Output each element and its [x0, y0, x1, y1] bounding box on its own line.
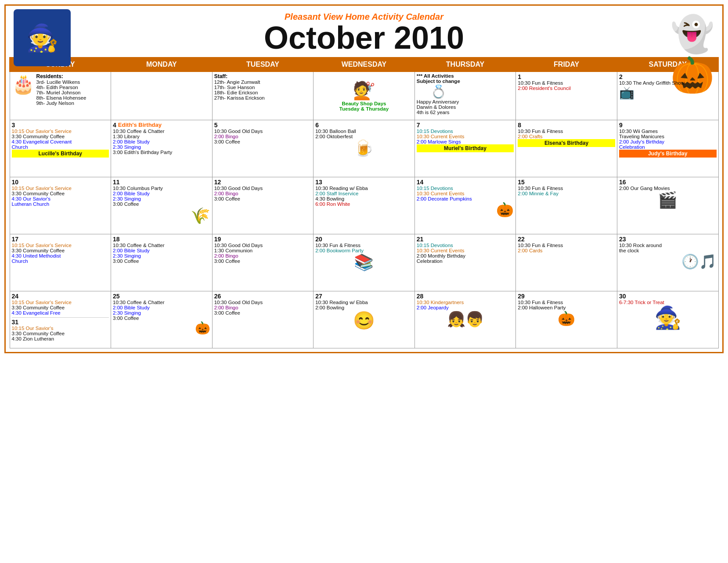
- sun4-31-evt2: 3:30 Community Coffee: [12, 331, 109, 336]
- tue4-evt2: 2:00 Bingo: [214, 305, 312, 310]
- tue4-evt3: 3:00 Coffee: [214, 310, 312, 316]
- sun4-evt3: 4:30 Evangelical Free: [12, 310, 109, 316]
- anniversary-img: 💍: [417, 84, 460, 99]
- wed4-evt1: 10:30 Reading w/ Ebba: [315, 300, 413, 305]
- week3-tuesday: 19 10:30 Good Old Days 1:30 Communion 2:…: [212, 234, 314, 291]
- day-24: 24: [12, 293, 109, 300]
- days-header-row: SUNDAY MONDAY TUESDAY WEDNESDAY THURSDAY…: [10, 57, 718, 72]
- thu4-evt1: 10:30 Kindergartners: [417, 300, 514, 305]
- day-15: 15: [518, 179, 615, 186]
- halloween-party-img: 🎃: [518, 310, 615, 327]
- day-11: 11: [113, 179, 210, 186]
- sat3-evt2: the clock: [619, 248, 717, 253]
- week2-saturday: 16 2:00 Our Gang Movies 🎬: [617, 177, 718, 234]
- thu4-evt2: 2:00 Jeopardy: [417, 305, 514, 310]
- wed1-evt2: 2:00 Oktoberfest: [315, 134, 413, 139]
- fri1w1-evt2: 2:00 Crafts: [518, 134, 615, 139]
- fri2-evt1: 10:30 Fun & Fitness: [518, 186, 615, 191]
- thu1-evt2: 10:30 Current Events: [417, 134, 514, 139]
- resident-1: 3rd- Lucille Wilkens: [36, 79, 86, 85]
- beauty-shop-text1: Beauty Shop Days: [342, 101, 386, 106]
- day-26: 26: [214, 293, 312, 300]
- week2-tuesday: 12 10:30 Good Old Days 2:00 Bingo 3:00 C…: [212, 177, 314, 234]
- resident-3: 7th- Muriel Johnson: [36, 90, 86, 95]
- day-27: 27: [315, 293, 413, 300]
- sat1-evt2: Traveling Manicures: [619, 134, 717, 139]
- mon4-evt2: 2:00 Bible Study: [113, 305, 210, 310]
- week1-wednesday: 6 10:30 Balloon Ball 2:00 Oktoberfest 🍺: [314, 120, 415, 177]
- week2-friday: 15 10:30 Fun & Fitness 2:00 Minnie & Fay: [516, 177, 617, 234]
- week4-saturday: 30 6-7:30 Trick or Treat 🧙: [617, 291, 718, 348]
- week1-monday: 4 Edith's Birthday 10:30 Coffee & Chatte…: [111, 120, 213, 177]
- week-1-row: 3 10:15 Our Savior's Service 3:30 Commun…: [10, 120, 718, 177]
- day-19: 19: [214, 236, 312, 243]
- mon4-evt1: 10:30 Coffee & Chatter: [113, 300, 210, 305]
- day-20: 20: [315, 236, 413, 243]
- staff-1: 12th- Angie Zumwalt: [214, 79, 312, 85]
- happy-halloween-img: 🎃: [113, 321, 210, 335]
- mon3-evt4: 3:00 Coffee: [113, 258, 210, 264]
- day-30: 30: [619, 293, 717, 300]
- sun1-evt4: Church: [12, 144, 109, 150]
- sun2-evt3: 4:30 Our Savior's: [12, 196, 109, 201]
- tue3-evt2: 1:30 Communion: [214, 248, 312, 253]
- mon1-evt1: 10:30 Coffee & Chatter: [113, 129, 210, 134]
- sun2-evt2: 3:30 Community Coffee: [12, 191, 109, 196]
- week2-wednesday: 13 10:30 Reading w/ Ebba 2:00 Staff Inse…: [314, 177, 415, 234]
- mon1-evt4: 2:30 Singing: [113, 144, 210, 150]
- wed4-evt2: 2:00 Bowling: [315, 305, 413, 310]
- day-5: 5: [214, 122, 312, 129]
- thu2-evt2: 10:30 Current Events: [417, 191, 514, 196]
- tue3-evt3: 2:00 Bingo: [214, 253, 312, 258]
- day-12: 12: [214, 179, 312, 186]
- sun3-evt2: 3:30 Community Coffee: [12, 248, 109, 253]
- thu3-evt1: 10:15 Devotions: [417, 243, 514, 248]
- mon3-evt3: 2:30 Singing: [113, 253, 210, 258]
- header-monday: MONDAY: [111, 57, 213, 72]
- day-29: 29: [518, 293, 615, 300]
- week1-friday: 8 10:30 Fun & Fitness 2:00 Crafts Elsena…: [516, 120, 617, 177]
- header-tuesday: TUESDAY: [212, 57, 314, 72]
- thu3-evt4: Celebration: [417, 258, 514, 264]
- day-1: 1: [518, 73, 615, 80]
- elsena-birthday: Elsena's Birthday: [518, 139, 615, 147]
- ghost-decoration: 👻🎃: [644, 9, 714, 66]
- mon3-evt1: 10:30 Coffee & Chatter: [113, 243, 210, 248]
- fri4-evt1: 10:30 Fun & Fitness: [518, 300, 615, 305]
- sat4-evt1: 6-7:30 Trick or Treat: [619, 300, 717, 305]
- mon3-evt2: 2:00 Bible Study: [113, 248, 210, 253]
- resident-4: 8th- Elsena Hohensee: [36, 95, 86, 100]
- thu2-evt3: 2:00 Decorate Pumpkins: [417, 196, 514, 201]
- fri1-evt2: 2:00 Resident's Council: [518, 86, 615, 91]
- thu1-evt3: 2:00 Marlowe Sings: [417, 139, 514, 144]
- week0-wednesday: 💇 Beauty Shop Days Tuesday & Thursday: [314, 72, 415, 120]
- mon1-evt2: 1:30 Library: [113, 134, 210, 139]
- scarecrow-img: 🌾: [113, 207, 210, 225]
- week2-sunday: 10 10:15 Our Savior's Service 3:30 Commu…: [10, 177, 111, 234]
- sun2-evt1: 10:15 Our Savior's Service: [12, 186, 109, 191]
- day-18: 18: [113, 236, 210, 243]
- fri1w1-evt1: 10:30 Fun & Fitness: [518, 129, 615, 134]
- sun4-31-evt3: 4:30 Zion Lutheran: [12, 336, 109, 341]
- muriel-birthday: Muriel's Birthday: [417, 144, 514, 152]
- day-2: 2: [619, 73, 717, 80]
- residents-label: Residents:: [36, 73, 86, 79]
- sun4-evt1: 10:15 Our Savior's Service: [12, 300, 109, 305]
- tue4-evt1: 10:30 Good Old Days: [214, 300, 312, 305]
- staff-2: 17th- Sue Hanson: [214, 85, 312, 90]
- header-title: October 2010: [9, 22, 719, 54]
- wed2-evt2: 2:00 Staff Inservice: [315, 191, 413, 196]
- witch-halloween-img: 🧙: [619, 305, 717, 330]
- week0-friday: 1 10:30 Fun & Fitness 2:00 Resident's Co…: [516, 72, 617, 120]
- gang-movies-img: 🎬: [619, 191, 717, 209]
- resident-5: 9th- Judy Nelson: [36, 100, 86, 106]
- sat0-evt1: 10:30 The Andy Griffith Show: [619, 80, 717, 86]
- witch-decoration: 🧙: [14, 9, 71, 66]
- lucille-birthday: Lucille's Birthday: [12, 150, 109, 158]
- week-3-row: 17 10:15 Our Savior's Service 3:30 Commu…: [10, 234, 718, 291]
- header-thursday: THURSDAY: [414, 57, 516, 72]
- week1-tuesday: 5 10:30 Good Old Days 2:00 Bingo 3:00 Co…: [212, 120, 314, 177]
- tue2-evt1: 10:30 Good Old Days: [214, 186, 312, 191]
- tue1-evt3: 3:00 Coffee: [214, 139, 312, 144]
- sat1-evt4: Celebration: [619, 144, 717, 150]
